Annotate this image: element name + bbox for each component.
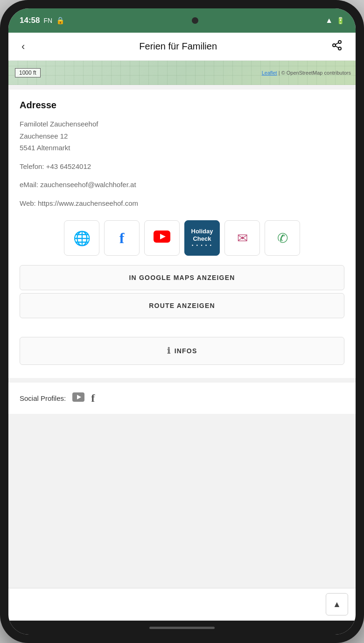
social-buttons-row: 🌐 f (20, 220, 344, 256)
home-indicator (8, 621, 356, 635)
security-icon: 🔒 (56, 16, 65, 25)
address-title: Adresse (20, 100, 344, 111)
page-title: Ferien für Familien (139, 41, 217, 52)
facebook-icon: f (119, 230, 125, 247)
google-maps-button[interactable]: IN GOOGLE MAPS ANZEIGEN (20, 265, 344, 290)
email-icon: ✉ (237, 231, 248, 246)
infos-button[interactable]: ℹ INFOS (20, 337, 344, 365)
wifi-icon: ▲ (325, 16, 333, 25)
share-button[interactable] (328, 36, 346, 57)
map-scale: 1000 ft (15, 68, 41, 77)
status-time: 14:58 (20, 16, 40, 25)
social-profiles-section: Social Profiles: f (8, 383, 356, 414)
phone-button[interactable]: ✆ (265, 220, 300, 256)
main-content: 1000 ft Leaflet | © OpenStreetMap contri… (8, 61, 356, 588)
email-button[interactable]: ✉ (224, 220, 260, 256)
hotel-phone: Telefon: +43 64524012 (20, 161, 344, 173)
facebook-button[interactable]: f (104, 220, 140, 256)
youtube-profile-icon[interactable] (72, 392, 84, 405)
status-icons: ▲ 🔋 (325, 16, 344, 25)
route-button[interactable]: ROUTE ANZEIGEN (20, 293, 344, 318)
phone-icon: ✆ (277, 231, 288, 246)
hotel-email: eMail: zauchenseehof@walchhofer.at (20, 179, 344, 191)
leaflet-link[interactable]: Leaflet (262, 70, 277, 76)
camera-dot (192, 17, 198, 24)
bottom-bar: ▲ (8, 588, 356, 621)
map-credits: Leaflet | © OpenStreetMap contributors (262, 70, 351, 76)
holidaycheck-line1-label: Holiday (191, 228, 213, 235)
status-bar: 14:58 FN 🔒 ▲ 🔋 (8, 8, 356, 33)
youtube-icon (154, 231, 170, 246)
hotel-name: Familotel Zauchenseehof (20, 118, 344, 130)
app-header: ‹ Ferien für Familien (8, 33, 356, 61)
map-strip: 1000 ft Leaflet | © OpenStreetMap contri… (8, 61, 356, 85)
globe-icon: 🌐 (73, 230, 91, 246)
youtube-button[interactable] (144, 220, 180, 256)
facebook-profile-icon[interactable]: f (91, 392, 95, 405)
chevron-up-icon: ▲ (333, 600, 341, 609)
home-bar (149, 627, 215, 629)
hotel-web: Web: https://www.zauchenseehof.com (20, 197, 344, 210)
web-button[interactable]: 🌐 (64, 220, 99, 256)
info-icon: ℹ (167, 346, 171, 356)
holidaycheck-button[interactable]: Holiday Check • • • • • (184, 220, 220, 256)
back-button[interactable]: ‹ (18, 37, 28, 56)
status-network: FN (43, 17, 52, 24)
scroll-top-button[interactable]: ▲ (326, 593, 348, 615)
battery-icon: 🔋 (336, 17, 344, 24)
svg-line-3 (336, 46, 339, 48)
hotel-street: Zauchensee 12 (20, 130, 344, 142)
holidaycheck-dots: • • • • • (192, 243, 212, 248)
hotel-city: 5541 Altenmarkt (20, 142, 344, 154)
social-profiles-label: Social Profiles: (20, 394, 66, 402)
svg-line-4 (336, 43, 339, 45)
address-card: Adresse Familotel Zauchenseehof Zauchens… (8, 90, 356, 378)
holidaycheck-line2-label: Check (193, 235, 211, 243)
